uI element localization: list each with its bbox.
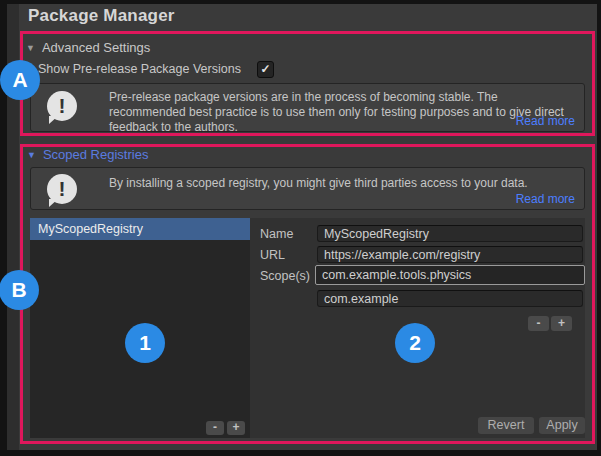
checkmark-icon: ✓ <box>260 62 270 76</box>
name-input[interactable] <box>317 225 583 242</box>
annotation-badge-b: B <box>0 270 39 310</box>
scope-add-button[interactable]: + <box>551 316 572 331</box>
prerelease-checkbox[interactable]: ✓ <box>257 61 274 78</box>
registry-add-button[interactable]: + <box>227 421 245 435</box>
foldout-open-icon: ▼ <box>27 150 36 160</box>
prerelease-checkbox-label: Show Pre-release Package Versions <box>38 62 241 76</box>
advanced-settings-foldout[interactable]: ▼Advanced Settings <box>26 40 150 55</box>
name-label: Name <box>260 227 293 241</box>
prerelease-info-text: Pre-release package versions are in the … <box>109 90 572 135</box>
prerelease-read-more-link[interactable]: Read more <box>516 114 575 128</box>
annotation-badge-2: 2 <box>395 323 435 363</box>
revert-button[interactable]: Revert <box>478 417 534 434</box>
prerelease-info-box: ! Pre-release package versions are in th… <box>30 83 585 132</box>
page-title: Package Manager <box>28 6 175 26</box>
scoped-registry-info-box: ! By installing a scoped registry, you m… <box>30 167 585 210</box>
alert-bubble-icon: ! <box>47 91 77 121</box>
registry-list-item-selected[interactable]: MyScopedRegistry <box>30 218 250 240</box>
package-manager-window: Package Manager ▼Advanced Settings Show … <box>0 0 601 456</box>
annotation-badge-1: 1 <box>125 323 165 363</box>
apply-button[interactable]: Apply <box>539 417 585 434</box>
url-label: URL <box>260 248 285 262</box>
annotation-badge-a: A <box>0 60 40 100</box>
advanced-settings-header: Advanced Settings <box>42 40 150 55</box>
scoped-registries-foldout[interactable]: ▼Scoped Registries <box>27 147 148 162</box>
scopes-label: Scope(s) <box>260 269 310 283</box>
scope-input-1[interactable] <box>317 290 583 307</box>
foldout-open-icon: ▼ <box>26 43 35 53</box>
scoped-registries-header: Scoped Registries <box>43 147 149 162</box>
scoped-registry-info-text: By installing a scoped registry, you mig… <box>109 176 572 191</box>
scope-remove-button[interactable]: - <box>528 316 549 331</box>
alert-bubble-icon: ! <box>47 174 77 204</box>
scoped-registry-read-more-link[interactable]: Read more <box>516 192 575 206</box>
scope-input-0[interactable] <box>315 265 585 285</box>
registry-remove-button[interactable]: - <box>206 421 224 435</box>
url-input[interactable] <box>317 246 583 263</box>
